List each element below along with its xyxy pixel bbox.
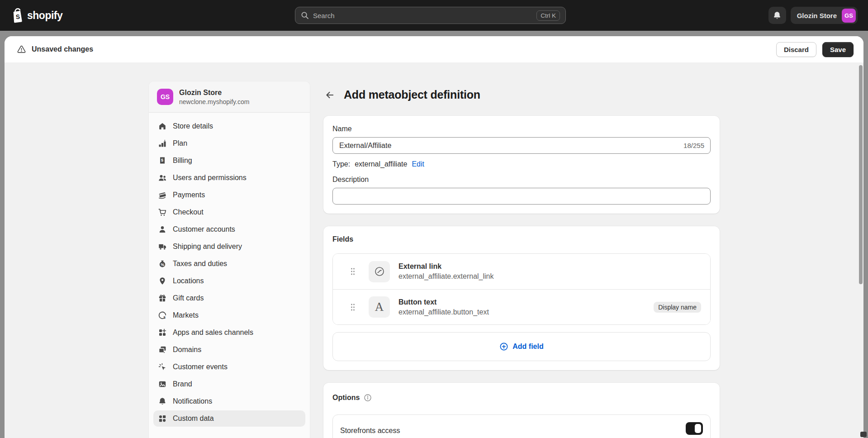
- edit-type-link[interactable]: Edit: [412, 160, 424, 168]
- page-title: Add metaobject definition: [344, 88, 480, 101]
- sidebar-item-checkout[interactable]: Checkout: [153, 204, 305, 220]
- field-meta: External linkexternal_affiliate.external…: [398, 262, 494, 281]
- billing-icon: $: [158, 156, 167, 165]
- sidebar-item-label: Plan: [173, 139, 187, 148]
- save-button[interactable]: Save: [822, 42, 854, 57]
- toggle-knob: [695, 424, 701, 433]
- description-input[interactable]: [332, 188, 711, 205]
- sidebar-item-label: Customer events: [173, 363, 228, 371]
- sidebar-item-shipping-and-delivery[interactable]: Shipping and delivery: [153, 238, 305, 255]
- field-key: external_affiliate.button_text: [398, 308, 489, 316]
- unsaved-changes-label: Unsaved changes: [32, 45, 93, 53]
- sidebar-item-label: Locations: [173, 277, 204, 285]
- discard-button[interactable]: Discard: [776, 42, 816, 57]
- gift-icon: [158, 294, 167, 303]
- cart-icon: [158, 208, 167, 217]
- settings-modal: Unsaved changes Discard Save GS Glozin S…: [5, 36, 863, 438]
- fields-list: External linkexternal_affiliate.external…: [332, 253, 711, 325]
- sidebar-item-locations[interactable]: Locations: [153, 273, 305, 289]
- sidebar-item-label: Notifications: [173, 397, 212, 405]
- custom-data-icon: [158, 414, 167, 423]
- storefronts-access-label: Storefronts access: [340, 422, 400, 435]
- sidebar-store-name: Glozin Store: [179, 88, 249, 98]
- sidebar-item-label: Payments: [173, 191, 205, 199]
- warning-icon: [17, 45, 26, 54]
- sidebar-item-apps-and-sales-channels[interactable]: Apps and sales channels: [153, 324, 305, 341]
- info-icon[interactable]: [364, 394, 372, 402]
- settings-content: GS Glozin Store newclone.myshopify.com S…: [5, 62, 863, 438]
- letter-a-icon: A: [369, 296, 390, 318]
- sidebar-item-label: Taxes and duties: [173, 260, 227, 268]
- payments-icon: [158, 190, 167, 200]
- main-panel: Add metaobject definition Name 18/255 Ty…: [323, 81, 720, 438]
- users-icon: [158, 173, 167, 182]
- sidebar-item-label: Custom data: [173, 414, 214, 423]
- sidebar-item-label: Users and permissions: [173, 174, 247, 182]
- name-input[interactable]: [332, 137, 711, 154]
- truck-icon: [158, 242, 167, 251]
- field-row[interactable]: AButton textexternal_affiliate.button_te…: [333, 289, 710, 324]
- sidebar-store-domain: newclone.myshopify.com: [179, 98, 249, 106]
- sidebar-item-plan[interactable]: Plan: [153, 135, 305, 152]
- add-field-label: Add field: [512, 343, 543, 351]
- store-menu-button[interactable]: Glozin Store GS: [791, 7, 858, 24]
- sidebar-item-taxes-and-duties[interactable]: %Taxes and duties: [153, 256, 305, 272]
- drag-handle-icon[interactable]: [350, 303, 356, 311]
- store-avatar: GS: [842, 9, 856, 23]
- field-name: Button text: [398, 298, 489, 306]
- person-icon: [158, 225, 167, 234]
- page-scrollbar-thumb[interactable]: [859, 65, 863, 284]
- sidebar-item-label: Brand: [173, 380, 192, 388]
- name-input-wrap: 18/255: [332, 133, 711, 154]
- sidebar-store-avatar: GS: [157, 89, 173, 105]
- sidebar-item-gift-cards[interactable]: Gift cards: [153, 290, 305, 306]
- sidebar-item-store-details[interactable]: Store details: [153, 118, 305, 134]
- options-title: Options: [332, 394, 360, 402]
- name-label: Name: [332, 125, 352, 133]
- storefronts-access-toggle[interactable]: [686, 422, 703, 435]
- cursor-icon: [158, 362, 167, 371]
- sidebar-nav: Store detailsPlan$BillingUsers and permi…: [149, 113, 310, 433]
- topbar: S shopify Search Ctrl K Glozin Store GS: [0, 0, 868, 31]
- global-search-input[interactable]: Search Ctrl K: [295, 7, 566, 24]
- sidebar-item-brand[interactable]: Brand: [153, 376, 305, 392]
- bell-icon: [158, 397, 167, 406]
- unsaved-changes-message: Unsaved changes: [17, 45, 93, 54]
- fields-card: Fields External linkexternal_affiliate.e…: [323, 226, 720, 370]
- type-label: Type:: [332, 160, 350, 168]
- globe-icon: $: [158, 311, 167, 320]
- sidebar-item-payments[interactable]: Payments: [153, 187, 305, 203]
- scrollbar-corner: [860, 432, 867, 437]
- back-button[interactable]: [323, 89, 336, 101]
- sidebar-item-customer-accounts[interactable]: Customer accounts: [153, 221, 305, 238]
- svg-text:S: S: [15, 13, 20, 20]
- add-field-button[interactable]: Add field: [332, 332, 711, 361]
- sidebar-item-users-and-permissions[interactable]: Users and permissions: [153, 170, 305, 186]
- brand-icon: [158, 380, 167, 389]
- field-row[interactable]: External linkexternal_affiliate.external…: [333, 254, 710, 289]
- drag-handle-icon[interactable]: [350, 267, 356, 276]
- svg-text:$: $: [164, 315, 166, 319]
- shopify-logo[interactable]: S shopify: [10, 8, 62, 23]
- plus-circle-icon: [499, 342, 508, 351]
- fields-title: Fields: [332, 235, 711, 243]
- sidebar-item-markets[interactable]: $Markets: [153, 307, 305, 324]
- field-meta: Button textexternal_affiliate.button_tex…: [398, 298, 489, 316]
- unsaved-changes-bar: Unsaved changes Discard Save: [5, 36, 863, 62]
- sidebar-item-label: Checkout: [173, 208, 204, 216]
- domains-icon: [158, 345, 167, 354]
- sidebar-item-notifications[interactable]: Notifications: [153, 393, 305, 409]
- shopify-bag-icon: S: [10, 8, 24, 23]
- options-header: Options: [332, 394, 711, 402]
- sidebar-item-billing[interactable]: $Billing: [153, 152, 305, 169]
- page-header: Add metaobject definition: [323, 87, 720, 102]
- sidebar-item-label: Billing: [173, 157, 192, 165]
- notifications-button[interactable]: [768, 7, 786, 24]
- sidebar-item-label: Gift cards: [173, 294, 204, 302]
- sidebar-item-customer-events[interactable]: Customer events: [153, 359, 305, 375]
- sidebar-item-domains[interactable]: Domains: [153, 342, 305, 358]
- tax-icon: %: [158, 259, 167, 268]
- field-name: External link: [398, 262, 494, 271]
- sidebar-item-label: Shipping and delivery: [173, 243, 242, 251]
- sidebar-item-custom-data[interactable]: Custom data: [153, 410, 305, 427]
